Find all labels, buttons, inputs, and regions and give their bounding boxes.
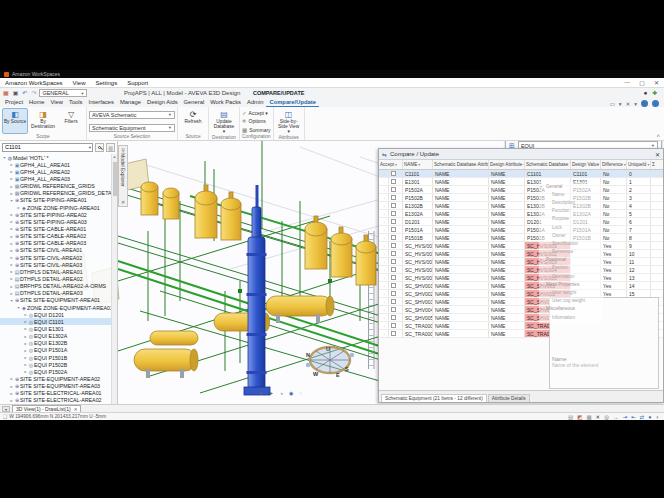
explorer-options-button[interactable]: ▥ [106,143,115,152]
menu-item-settings[interactable]: Settings [96,80,118,86]
tree-item[interactable]: ▸▣GPH4_ALL_AREA01 [0,161,111,168]
table-row[interactable]: →P1502BNAMENAMEP1502BP1502BNo3 [379,194,663,202]
column-header-accept[interactable]: Accept▾ [379,160,403,169]
tab-admin[interactable]: Admin [244,98,266,107]
tree-item[interactable]: ▸◎EQUI D1201 [0,311,111,318]
tree-item[interactable]: ▸◈ZONE ZONE-PIPING-AREA01 [0,204,111,211]
model-explorer-vertical-tab[interactable]: ⚲ Model Explorer ✕ [118,145,128,207]
window-maximize-icon[interactable]: ▢ [639,79,645,86]
rotate-right-icon[interactable]: ► [269,390,274,396]
tree-item[interactable]: ▸◎EQUI E1301 [0,325,111,332]
tree-item[interactable]: ▸◎EQUI C1101 [0,318,111,325]
tab-tools[interactable]: Tools [66,98,86,107]
update-database--button[interactable]: ▤Update Database ▾ [211,108,237,135]
tree-scrollbar[interactable]: ▲ [111,154,117,404]
tree-item[interactable]: ▸◎EQUI E1302B [0,340,111,347]
table-row[interactable]: →SC_HVS/002NAMENAMESC_HVS/002Yes10 [379,250,663,258]
accept-checkbox[interactable] [391,211,396,216]
accept-checkbox[interactable] [391,331,396,336]
accept-cell[interactable] [389,266,403,273]
schematic-equipment-combo[interactable]: Schematic Equipment▾ [89,124,175,132]
tree-item[interactable]: ▸▣GPH4_ALL_AREA03 [0,175,111,182]
accept-cell[interactable] [389,314,403,321]
column-header-uniqueid[interactable]: UniqueId▾ [627,160,651,169]
tab-manage[interactable]: Manage [117,98,144,107]
column-header-design-attribute[interactable]: Design Attribute▾ [489,160,525,169]
table-row[interactable]: →SC_HVS/003NAMENAMESC_HVS/003Yes11 [379,258,663,266]
tree-item[interactable]: ▸⊕SITE SITE-CABLE-AREA03 [0,240,111,247]
tree-item[interactable]: ▸▤DTHPLS DETAIL-AREA02 [0,275,111,282]
accept-cell[interactable] [389,242,403,249]
tree-item[interactable]: ▸▦GRIDWL REFERENCE_GRIDS [0,183,111,190]
table-row[interactable]: →E1302BNAMENAMEE1302BE1302BNo4 [379,202,663,210]
accept-cell[interactable] [389,282,403,289]
save-icon[interactable]: ▣ [13,90,19,96]
redo-icon[interactable]: ↷ [31,90,36,96]
close-icon[interactable]: ✕ [121,199,125,205]
accept-checkbox[interactable] [391,283,396,288]
zoom-icon[interactable]: ○ [299,390,302,396]
compare-tab-attribute-details[interactable]: Attribute Details [488,394,530,402]
grid-icon[interactable]: ▦ [586,414,591,420]
accept-checkbox[interactable] [391,203,396,208]
tree-item[interactable]: ▾◈ZONE ZONE-EQUIPMENT-AREA01 [0,304,111,311]
tree-item[interactable]: ▸⊕SITE SITE-PIPING-AREA02 [0,211,111,218]
tree-item[interactable]: ▸◎EQUI P1502B [0,361,111,368]
accept-cell[interactable] [389,194,403,201]
tree-item[interactable]: ▸⊕SITE SITE-CABLE-AREA02 [0,233,111,240]
tree-item[interactable]: ▸⊕SITE SITE-ELECTRICAL-AREA02 [0,397,111,404]
tab-project[interactable]: Project [2,98,26,107]
app-logo-icon[interactable]: ▦ [3,90,9,96]
tree-item[interactable]: ▸◎EQUI P1501A [0,347,111,354]
measure-icon[interactable]: ◩ [577,414,582,420]
tree-item[interactable]: ▸⊕SITE SITE-CABLE-AREA01 [0,225,111,232]
accept-cell[interactable] [389,290,403,297]
column-header-schematic-database-value[interactable]: Schematic Database Value▾ [525,160,571,169]
accept-checkbox[interactable] [391,275,396,280]
move-right-icon[interactable]: → [613,414,619,420]
snap-start-icon[interactable]: ⇤ [631,414,636,420]
side-by-side-view--button[interactable]: ◫Side-by-Side View ▾ [276,108,302,135]
tree-item[interactable]: ▸◎EQUI P1501B [0,354,111,361]
tree-item[interactable]: ▸⊕SITE SITE-PIPING-AREA03 [0,218,111,225]
accept-checkbox[interactable] [391,187,396,192]
accept-cell[interactable] [389,258,403,265]
accept-checkbox[interactable] [391,259,396,264]
window-minimize-icon[interactable]: — [624,79,630,86]
accept-checkbox[interactable] [391,299,396,304]
tab-general[interactable]: General [181,98,208,107]
table-row[interactable]: →SC_SHV001NAMENAMESC_SHV001Yes14 [379,282,663,290]
tab-view[interactable]: View [48,98,66,107]
tab-compare-update[interactable]: Compare/Update [266,98,318,107]
accept-checkbox[interactable] [391,315,396,320]
by-destination-button[interactable]: ◨By Destination [30,108,56,134]
accept-checkbox[interactable] [391,195,396,200]
view-list-dropdown[interactable]: ▾ [2,406,10,412]
aveva-schematic-combo[interactable]: AVEVA Schematic▾ [89,111,175,119]
help-badge-icon[interactable]: i [652,100,659,107]
tree-item[interactable]: ▸◎EQUI P1502A [0,368,111,375]
tree-item[interactable]: ▾◍Model 'HOTL' * [0,154,111,161]
menu-item-view[interactable]: View [73,80,86,86]
accept-cell[interactable] [389,186,403,193]
accept-checkbox[interactable] [391,179,396,184]
table-row[interactable]: →P1501ANAMENAMEP1501AP1501ANo7 [379,226,663,234]
tree-item[interactable]: ▸⊕SITE SITE-CIVIL-AREA03 [0,261,111,268]
refresh-button[interactable]: ⟳Refresh [180,108,206,134]
by-source-button[interactable]: ◧By Source [2,108,28,134]
accept-cell[interactable] [389,226,403,233]
tree-item[interactable]: ▸▤DTHPLS DETAIL-AREA01 [0,268,111,275]
accept--button[interactable]: ✓Accept ▾ [242,109,271,116]
accept-checkbox[interactable] [391,219,396,224]
tree-item[interactable]: ▸⊕SITE SITE-CIVIL-AREA01 [0,247,111,254]
table-row[interactable]: →SC_HVS/001NAMENAMESC_HVS/001Yes9 [379,242,663,250]
default-setting-combo[interactable]: GENERAL▾ [39,89,87,97]
half-icon[interactable]: ◗ [656,414,659,420]
tree-item[interactable]: ▾⊕SITE SITE-PIPING-AREA01 [0,197,111,204]
ribbon-collapse-icon[interactable]: ˄ [656,133,660,139]
close-window-icon[interactable]: ✕ [626,101,631,107]
target-icon[interactable]: ◎ [604,414,609,420]
restore-window-icon[interactable]: ▭ [610,101,615,107]
search-input[interactable] [3,144,89,150]
accept-checkbox[interactable] [391,243,396,248]
